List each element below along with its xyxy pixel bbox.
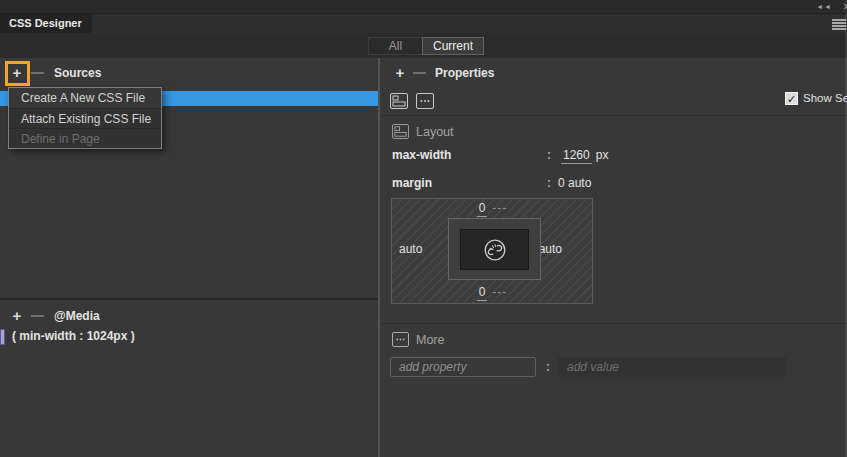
tab-css-designer[interactable]: CSS Designer: [0, 14, 92, 33]
remove-media-query-icon[interactable]: [31, 315, 44, 317]
property-name: max-width: [392, 148, 451, 162]
margin-bottom-control[interactable]: 0---: [392, 285, 592, 299]
layout-section-header: Layout: [380, 124, 847, 142]
add-source-menu: Create A New CSS File Attach Existing CS…: [8, 87, 162, 149]
margin-top-dash: ---: [492, 201, 507, 215]
margin-box-diagram: 0--- auto auto 0---: [391, 198, 593, 304]
colon: :: [546, 360, 550, 374]
add-media-query-button[interactable]: +: [9, 308, 25, 324]
more-category-icon[interactable]: [416, 93, 434, 109]
layout-section-title: Layout: [416, 125, 454, 139]
panel-menu-icon[interactable]: [832, 19, 846, 31]
properties-pane: + Properties ✓ Show Set: [380, 58, 847, 457]
media-query-indicator: [0, 329, 5, 345]
separator: [380, 115, 847, 116]
margin-right-value[interactable]: auto: [539, 242, 562, 256]
margin-link-toggle[interactable]: [460, 229, 529, 270]
media-title: @Media: [54, 309, 100, 323]
main-area: + Sources Create A New CSS File Attach E…: [0, 58, 847, 457]
more-section-icon: [392, 332, 409, 347]
margin-value[interactable]: 0 auto: [558, 176, 591, 190]
remove-source-icon[interactable]: [31, 72, 44, 74]
more-section-header: More: [380, 332, 847, 350]
colon: :: [547, 148, 551, 162]
add-declaration-row: :: [380, 357, 847, 379]
max-width-value[interactable]: 1260px: [561, 148, 608, 162]
all-button[interactable]: All: [368, 37, 422, 55]
max-width-unit[interactable]: px: [596, 148, 609, 162]
media-query-text: ( min-width : 1024px ): [12, 329, 135, 343]
tab-bar: CSS Designer: [0, 14, 847, 33]
property-name: margin: [392, 176, 432, 190]
layout-section-icon: [392, 124, 409, 139]
margin-bottom-dash: ---: [492, 285, 507, 299]
collapse-panels-icon[interactable]: ◄◄: [816, 3, 832, 10]
sources-media-pane: + Sources Create A New CSS File Attach E…: [0, 58, 378, 457]
margin-box-element: [448, 218, 541, 280]
more-section-title: More: [416, 333, 444, 347]
show-set-checkbox[interactable]: ✓: [785, 92, 798, 105]
tutorial-highlight-box: [5, 61, 30, 86]
remove-property-icon[interactable]: [413, 72, 426, 74]
layout-category-icon[interactable]: [390, 93, 408, 109]
panel-group-titlebar: ◄◄ ✕: [0, 0, 847, 14]
max-width-number[interactable]: 1260: [561, 148, 592, 164]
margin-top-control[interactable]: 0---: [392, 201, 592, 215]
add-property-input[interactable]: [390, 357, 536, 377]
separator: [380, 323, 847, 324]
menu-item-create-new-css-file[interactable]: Create A New CSS File: [9, 88, 161, 108]
margin-left-value[interactable]: auto: [399, 242, 422, 256]
margin-top-value[interactable]: 0: [477, 201, 488, 217]
add-property-button[interactable]: +: [392, 65, 408, 81]
view-toggle: All Current: [368, 37, 484, 55]
margin-bottom-value[interactable]: 0: [477, 285, 488, 301]
sources-title: Sources: [54, 66, 101, 80]
show-set-label: Show Set: [803, 92, 847, 104]
menu-item-define-in-page: Define in Page: [9, 128, 161, 148]
current-button[interactable]: Current: [422, 37, 484, 55]
media-section: + @Media ( min-width : 1024px ): [0, 298, 378, 457]
broken-link-icon: [481, 236, 509, 264]
max-width-row: max-width : 1260px: [380, 148, 847, 164]
margin-row: margin : 0 auto: [380, 176, 847, 192]
media-query-row[interactable]: ( min-width : 1024px ): [0, 328, 378, 346]
add-value-input[interactable]: [558, 357, 786, 377]
view-toggle-bar: All Current: [0, 33, 847, 58]
colon: :: [547, 176, 551, 190]
css-designer-panel: ◄◄ ✕ CSS Designer All Current + Sources …: [0, 0, 847, 457]
menu-item-attach-existing-css-file[interactable]: Attach Existing CSS File: [9, 108, 161, 128]
properties-title: Properties: [435, 66, 494, 80]
